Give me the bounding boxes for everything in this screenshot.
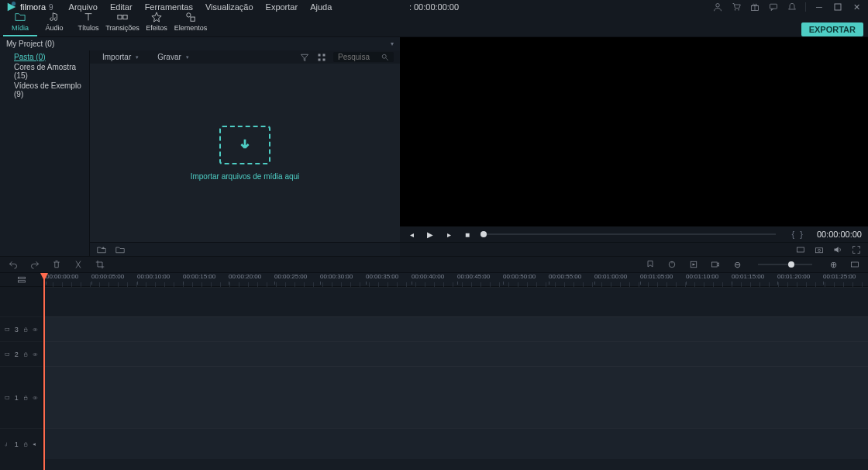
- render-icon[interactable]: [688, 259, 699, 270]
- project-tree-sidebar: Pasta (0) Cores de Amostra (15) Vídeos d…: [0, 50, 90, 256]
- mute-icon[interactable]: [33, 441, 38, 448]
- tab-elementos[interactable]: Elementos: [174, 10, 208, 36]
- grid-view-icon[interactable]: [316, 52, 327, 63]
- zoom-in-button[interactable]: ⊕: [828, 259, 839, 270]
- video-preview[interactable]: [400, 37, 868, 226]
- ruler-tick: 00:01:25:00: [823, 273, 856, 285]
- recorder-icon[interactable]: [710, 259, 721, 270]
- svg-rect-8: [123, 15, 127, 19]
- play-button[interactable]: ▶: [425, 229, 436, 240]
- audio-track-1-lane[interactable]: [43, 428, 868, 459]
- export-button[interactable]: EXPORTAR: [801, 22, 863, 36]
- timeline-gap: [43, 287, 868, 316]
- cart-icon[interactable]: [731, 2, 742, 12]
- folder-icon: [15, 12, 26, 22]
- tab-titulos[interactable]: Títulos: [71, 10, 105, 36]
- account-icon[interactable]: [712, 2, 723, 12]
- svg-rect-7: [118, 15, 122, 19]
- notification-icon[interactable]: [787, 2, 797, 12]
- audio-track-header-1[interactable]: 1: [0, 428, 43, 459]
- tab-label: Efeitos: [146, 24, 167, 32]
- fullscreen-icon[interactable]: [851, 244, 862, 255]
- stop-button[interactable]: ■: [462, 229, 473, 240]
- playhead[interactable]: [43, 273, 45, 470]
- video-track-icon: [5, 326, 10, 333]
- video-track-header-1[interactable]: 1: [0, 366, 43, 428]
- playback-progress[interactable]: [480, 233, 776, 235]
- menu-ajuda[interactable]: Ajuda: [304, 2, 338, 12]
- search-box[interactable]: [333, 52, 394, 62]
- record-dropdown[interactable]: Gravar▾: [151, 53, 195, 61]
- snapshot-icon[interactable]: [814, 244, 825, 255]
- undo-button[interactable]: [8, 259, 19, 270]
- chevron-down-icon: ▾: [186, 54, 189, 60]
- menu-visualizacao[interactable]: Visualização: [199, 2, 260, 12]
- text-icon: [83, 12, 94, 22]
- prev-frame-button[interactable]: ◂: [406, 229, 417, 240]
- eye-icon[interactable]: [33, 394, 38, 402]
- preview-options-bar: [400, 242, 868, 256]
- crop-button[interactable]: [95, 259, 105, 270]
- minimize-icon[interactable]: ─: [814, 2, 825, 12]
- tab-midia[interactable]: Mídia: [3, 10, 37, 36]
- project-name: My Project (0): [6, 40, 54, 48]
- lock-icon[interactable]: [23, 394, 29, 402]
- folder-icon[interactable]: [115, 244, 126, 255]
- timeline-ruler[interactable]: 00:00:00:0000:00:05:0000:00:10:0000:00:1…: [43, 273, 868, 287]
- new-folder-icon[interactable]: [96, 244, 107, 255]
- chevron-down-icon: ▾: [136, 54, 139, 60]
- progress-thumb[interactable]: [480, 231, 487, 237]
- lock-icon[interactable]: [23, 326, 29, 333]
- import-dropdown[interactable]: Importar▾: [96, 53, 145, 61]
- mark-in-out-brackets[interactable]: { }: [791, 230, 804, 239]
- message-icon[interactable]: [768, 2, 779, 12]
- volume-icon[interactable]: [832, 244, 843, 255]
- elements-icon: [185, 12, 196, 22]
- music-note-icon: [49, 12, 60, 22]
- maximize-icon[interactable]: [832, 2, 843, 12]
- track-headers: 3 2 1 1: [0, 273, 43, 470]
- tab-audio[interactable]: Áudio: [37, 10, 71, 36]
- chevron-down-icon: ▾: [391, 40, 394, 47]
- tab-transicoes[interactable]: Transições: [105, 10, 140, 36]
- tree-item-videos[interactable]: Vídeos de Exemplo (9): [14, 81, 89, 99]
- marker-icon[interactable]: [645, 259, 656, 270]
- lock-icon[interactable]: [23, 441, 29, 448]
- zoom-slider[interactable]: [758, 264, 812, 265]
- ruler-tick: 00:00:20:00: [229, 273, 261, 285]
- tree-item-pasta[interactable]: Pasta (0): [14, 52, 89, 62]
- timeline-body[interactable]: 00:00:00:0000:00:05:0000:00:10:0000:00:1…: [43, 273, 868, 470]
- svg-point-0: [12, 2, 16, 5]
- eye-icon[interactable]: [33, 351, 38, 358]
- video-track-header-3[interactable]: 3: [0, 316, 43, 341]
- gift-icon[interactable]: [749, 2, 760, 12]
- next-frame-button[interactable]: ▸: [443, 229, 454, 240]
- eye-icon[interactable]: [33, 326, 38, 333]
- zoom-knob[interactable]: [788, 261, 794, 268]
- close-icon[interactable]: ✕: [851, 2, 862, 12]
- search-input[interactable]: [338, 53, 377, 61]
- media-drop-zone[interactable]: Importar arquivos de mídia aqui: [90, 64, 400, 242]
- lock-icon[interactable]: [23, 351, 29, 358]
- video-track-1-lane[interactable]: [43, 366, 868, 428]
- import-label: Importar: [102, 53, 131, 61]
- zoom-out-button[interactable]: ⊖: [732, 259, 742, 270]
- preview-quality-icon[interactable]: [795, 244, 806, 255]
- menu-exportar[interactable]: Exportar: [260, 2, 305, 12]
- filter-icon[interactable]: [299, 52, 310, 63]
- delete-button[interactable]: [51, 259, 62, 270]
- split-button[interactable]: [73, 259, 84, 270]
- tree-item-cores[interactable]: Cores de Amostra (15): [14, 62, 89, 81]
- zoom-fit-button[interactable]: [849, 259, 860, 270]
- video-track-2-lane[interactable]: [43, 341, 868, 366]
- svg-point-27: [35, 329, 36, 330]
- project-header[interactable]: My Project (0) ▾: [0, 37, 400, 50]
- svg-rect-25: [5, 328, 9, 330]
- manage-tracks-button[interactable]: [0, 273, 43, 287]
- video-track-3-lane[interactable]: [43, 316, 868, 341]
- tab-efeitos[interactable]: Efeitos: [140, 10, 174, 36]
- video-track-header-2[interactable]: 2: [0, 341, 43, 366]
- ruler-tick: 00:00:45:00: [457, 273, 490, 285]
- redo-button[interactable]: [29, 259, 40, 270]
- mixer-icon[interactable]: [666, 259, 677, 270]
